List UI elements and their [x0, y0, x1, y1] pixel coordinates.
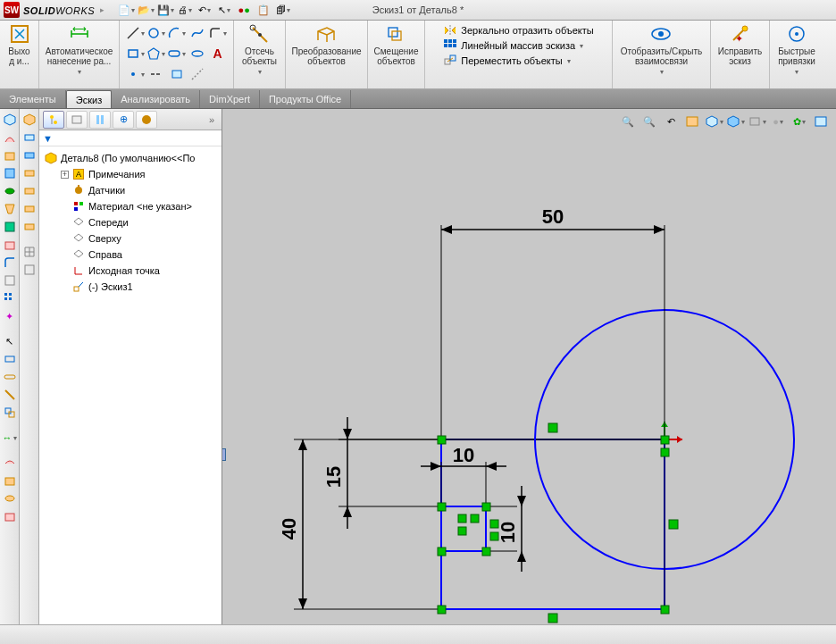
- options-icon[interactable]: 📋: [255, 1, 272, 19]
- fm-tab-config-icon[interactable]: [89, 111, 111, 129]
- tb-surf2-icon[interactable]: [3, 473, 17, 488]
- tb-swept-icon[interactable]: [3, 130, 17, 145]
- tab-dimxpert[interactable]: DimXpert: [200, 90, 260, 108]
- tb-chamfer-icon[interactable]: [3, 273, 17, 288]
- rebuild-icon[interactable]: ●●: [235, 1, 253, 19]
- tb2-plane5-icon[interactable]: [22, 202, 37, 216]
- tab-evaluate[interactable]: Анализировать: [112, 90, 200, 108]
- svg-rect-127: [471, 514, 479, 523]
- tree-sketch1[interactable]: (-) Эскиз1: [39, 279, 222, 295]
- slot-icon[interactable]: ▾: [167, 44, 187, 63]
- tb-rect2-icon[interactable]: [3, 352, 17, 366]
- exit-sketch-button[interactable]: Выхо д и...: [8, 23, 31, 66]
- tb-extrude-icon[interactable]: [3, 148, 17, 163]
- tb-surf3-icon[interactable]: [3, 491, 17, 506]
- tb-loft-icon[interactable]: [3, 202, 17, 216]
- dimension-10-h[interactable]: 10: [421, 444, 506, 505]
- linear-pattern-button[interactable]: Линейный массив эскиза ▾: [443, 38, 593, 53]
- centerline-icon[interactable]: [146, 64, 166, 84]
- tb-offset2-icon[interactable]: [3, 406, 17, 420]
- tb2-planeb-icon[interactable]: [22, 148, 37, 163]
- tree-right-plane[interactable]: Справа: [39, 247, 222, 263]
- svg-marker-107: [486, 462, 497, 471]
- fm-tab-prop-icon[interactable]: [66, 111, 88, 129]
- tb-fillet-icon[interactable]: [3, 255, 17, 270]
- rectangle-icon[interactable]: ▾: [126, 44, 146, 63]
- svg-rect-44: [5, 478, 14, 485]
- fm-tab-render-icon[interactable]: [136, 111, 157, 129]
- arc-icon[interactable]: ▾: [167, 23, 187, 43]
- quick-snaps-button[interactable]: Быстрые привязки ▾: [778, 23, 815, 76]
- tb-cut-icon[interactable]: [3, 238, 17, 252]
- fm-tab-dim-icon[interactable]: ⊕: [113, 111, 134, 129]
- tb-surf1-icon[interactable]: [3, 456, 17, 470]
- tb-dim-icon[interactable]: ↔▾: [3, 431, 17, 445]
- trim-button[interactable]: Отсечь объекты ▾: [242, 23, 277, 76]
- plane-icon[interactable]: [167, 64, 187, 84]
- auto-dimension-button[interactable]: ⟷ Автоматическое нанесение ра... ▾: [46, 23, 113, 76]
- open-icon[interactable]: 📂▾: [137, 1, 155, 19]
- polygon-icon[interactable]: ▾: [146, 44, 166, 63]
- tab-features[interactable]: Элементы: [0, 90, 66, 108]
- construction-icon[interactable]: [188, 64, 207, 84]
- undo-icon[interactable]: ↶▾: [196, 1, 213, 19]
- repair-sketch-button[interactable]: ✦ Исправить эскиз: [718, 23, 762, 66]
- tree-root[interactable]: Деталь8 (По умолчанию<<По: [39, 150, 222, 166]
- tab-office[interactable]: Продукты Office: [260, 90, 351, 108]
- dimension-15[interactable]: 15: [322, 417, 439, 529]
- tb2-plane4-icon[interactable]: [22, 184, 37, 198]
- tree-top-plane[interactable]: Сверху: [39, 230, 222, 247]
- tb-revolve-icon[interactable]: [3, 184, 17, 198]
- tb2-plane6-icon[interactable]: [22, 220, 37, 234]
- text-icon[interactable]: A: [208, 44, 228, 63]
- svg-text:10: 10: [497, 522, 519, 543]
- point-icon[interactable]: ▾: [126, 64, 146, 84]
- tb2-grid2-icon[interactable]: [22, 263, 37, 277]
- move-button[interactable]: Переместить объекты ▾: [443, 54, 593, 68]
- spline-icon[interactable]: [188, 23, 207, 43]
- mirror-button[interactable]: Зеркально отразить объекты: [443, 23, 593, 38]
- tb-surf4-icon[interactable]: [3, 509, 17, 523]
- fm-filter-bar[interactable]: ▼: [39, 130, 222, 146]
- twist-icon[interactable]: +: [61, 171, 69, 179]
- quick-snaps-icon: [785, 23, 808, 45]
- tb-trim2-icon[interactable]: [3, 388, 17, 402]
- tb2-planey-icon[interactable]: [22, 130, 37, 145]
- tb2-cube-icon[interactable]: [22, 113, 37, 127]
- convert-button[interactable]: Преобразование объектов: [291, 23, 361, 66]
- tb-slot2-icon[interactable]: [3, 370, 17, 384]
- fm-tab-tree-icon[interactable]: [43, 111, 64, 129]
- tb-box-icon[interactable]: [3, 166, 17, 180]
- new-icon[interactable]: 📄▾: [117, 1, 135, 19]
- tb2-planeo-icon[interactable]: [22, 166, 37, 180]
- offset-icon: [384, 23, 407, 45]
- line-icon[interactable]: ▾: [126, 23, 146, 43]
- tree-front-plane[interactable]: Спереди: [39, 214, 222, 230]
- dimension-10-v[interactable]: 10: [488, 486, 526, 572]
- print-icon[interactable]: 🖨▾: [176, 1, 194, 19]
- select-icon[interactable]: ↖▾: [215, 1, 233, 19]
- graphics-canvas[interactable]: 🔍 🔍 ↶ ▾ ▾ ▾ ●▾ ✿▾: [222, 109, 836, 624]
- fm-expand-icon[interactable]: »: [205, 114, 218, 125]
- settings-icon[interactable]: 🗐▾: [274, 1, 292, 19]
- save-icon[interactable]: 💾▾: [156, 1, 174, 19]
- tree-sensors[interactable]: Датчики: [39, 182, 222, 198]
- offset-button[interactable]: Смещение объектов: [373, 23, 418, 66]
- show-hide-relations-button[interactable]: Отобразить/Скрыть взаимосвязи ▾: [621, 23, 702, 76]
- ellipse-icon[interactable]: [188, 44, 207, 63]
- brand-dropdown-icon[interactable]: ▸: [100, 5, 104, 14]
- tree-material[interactable]: Материал <не указан>: [39, 198, 222, 214]
- tb-star-icon[interactable]: ✦: [3, 309, 17, 323]
- dimension-50[interactable]: 50: [441, 205, 665, 438]
- dimension-40[interactable]: 40: [278, 439, 439, 609]
- tab-sketch[interactable]: Эскиз: [66, 90, 112, 108]
- tree-annotations[interactable]: + A Примечания: [39, 166, 222, 182]
- tb-3dsketch-icon[interactable]: [3, 113, 17, 127]
- tree-origin[interactable]: Исходная точка: [39, 263, 222, 279]
- tb-lpat-icon[interactable]: [3, 291, 17, 305]
- tb2-grid-icon[interactable]: [22, 245, 37, 259]
- tb-arrow-icon[interactable]: ↖: [3, 334, 17, 348]
- circle-icon[interactable]: ▾: [146, 23, 166, 43]
- fillet-icon[interactable]: ▾: [208, 23, 228, 43]
- tb-holewiz-icon[interactable]: [3, 220, 17, 234]
